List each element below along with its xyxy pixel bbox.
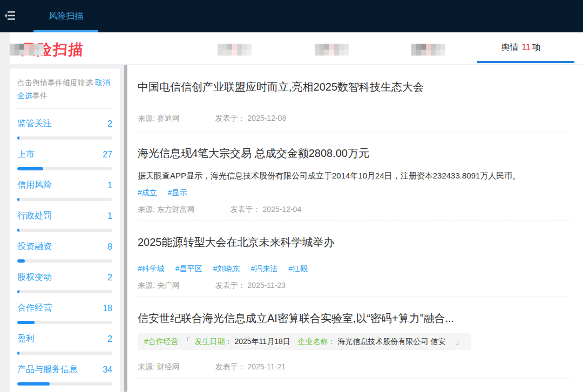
redacted-nav-item[interactable] [315,44,349,56]
source-label: 来源: [138,281,157,290]
redacted-pixel [426,44,431,50]
hashtag[interactable]: #刘晓东 [213,264,240,273]
filter-count: 34 [103,365,112,375]
hashtag[interactable]: #江毅 [288,264,308,273]
event-date-label: 发生日期： [195,337,233,346]
redacted-pixel [339,44,344,50]
hashtag[interactable]: #冯来法 [250,264,277,273]
filter-item[interactable]: 投资融资 8 [17,232,112,263]
filter-label[interactable]: 股权变动 [17,272,52,283]
event-infobox: #合作经营 「 发生日期： 2025年11月18日 企业名称： 海光信息技术股份… [138,333,471,350]
redacted-pixel [10,44,15,50]
filter-label[interactable]: 合作经营 [17,302,52,314]
filter-count: 18 [103,304,112,313]
source-label: 来源: [138,114,157,122]
filter-count: 2 [107,273,112,283]
redacted-pixel [39,44,44,50]
news-item: 海光信息股价涨5%,泰康基金旗下4只基金重仓,合计持有10.49万股... [138,379,570,392]
news-item: 2025能源转型大会在北京未来科学城举办 #科学城#昌平区#刘晓东#冯来法#江毅… [138,221,570,297]
redacted-pixel [15,44,19,50]
news-tags: #成立#显示 [138,187,570,198]
redacted-pixel [237,44,242,50]
collapse-sidebar-icon[interactable] [4,11,17,20]
redacted-pixel [339,50,344,56]
sentiment-unit: 项 [532,42,541,53]
redacted-pixel [29,44,34,50]
news-title[interactable]: 中国电信信创产业联盟应时而立,亮相2025数智科技生态大会 [138,79,570,95]
filter-item[interactable]: 行政处罚 1 [17,201,112,232]
sentiment-tab-label: 舆情 [501,42,518,53]
redacted-pixel [440,44,445,50]
filter-label[interactable]: 行政处罚 [17,210,52,222]
redacted-pixel [411,50,416,56]
filter-item[interactable]: 产品与服务信息 34 [17,355,112,386]
filter-count: 8 [107,242,112,252]
redacted-pixel [421,44,426,50]
news-meta: 来源: 央广网 发表于： 2025-11-23 [138,280,570,290]
hashtag[interactable]: #昌平区 [175,264,202,273]
hashtag[interactable]: #显示 [168,188,187,197]
page-header: 风险扫描 舆情 11 项 [10,32,583,64]
filter-item[interactable]: 股权变动 2 [17,263,112,293]
redacted-pixel [344,50,349,56]
filter-hint-text: 点击舆情事件维度筛选 取消全选事件 [17,76,112,102]
filter-label[interactable]: 产品与服务信息 [17,364,78,375]
redacted-pixel [426,50,431,56]
redacted-pixel [247,44,252,50]
filter-item[interactable]: 监管关注 2 [17,109,112,140]
news-title[interactable]: 2025能源转型大会在北京未来科学城举办 [138,234,570,250]
active-tab-indicator [477,61,574,63]
filter-label[interactable]: 盈利 [17,333,35,345]
published-label: 发表于： [215,114,246,122]
top-navbar: 风险扫描 [0,0,583,32]
redacted-pixel [416,44,421,50]
filter-count: 2 [107,119,112,129]
filter-label[interactable]: 投资融资 [17,241,52,252]
redacted-pixel [34,44,39,50]
published-label: 发表于： [215,281,246,290]
redacted-pixel [24,50,29,56]
redacted-pixel [436,50,440,56]
redacted-nav-item[interactable] [10,44,44,56]
source-value: 央广网 [157,281,180,290]
redacted-pixel [29,50,34,56]
redacted-pixel [34,50,39,56]
redacted-pixel [334,50,339,56]
bracket-open: 「 [183,337,191,346]
redacted-pixel [227,50,232,56]
redacted-pixel [334,44,339,50]
tab-sentiment[interactable]: 舆情 11 项 [467,32,574,63]
redacted-pixel [232,50,237,56]
source-value: 东方财富网 [157,205,195,214]
company-label: 企业名称： [298,337,336,346]
filter-progress-fill [17,382,50,386]
redacted-pixel [19,50,24,56]
source-value: 财经网 [157,362,180,371]
filter-count: 2 [107,334,112,344]
content-scrollbar[interactable] [124,65,127,392]
event-date-value: 2025年11月18日 [234,337,290,346]
filter-list: 监管关注 2 上市 27 信用风险 1 行政处罚 1 [17,109,112,386]
event-type-tag[interactable]: #合作经营 [144,337,179,346]
redacted-pixel [242,44,247,50]
filter-item[interactable]: 信用风险 1 [17,170,112,201]
filter-item[interactable]: 盈利 2 [17,324,112,355]
hashtag[interactable]: #成立 [138,188,157,197]
redacted-nav-item[interactable] [218,44,252,56]
news-meta: 来源: 赛迪网 发表于： 2025-12-08 [138,113,570,123]
event-filter-sidebar: 点击舆情事件维度筛选 取消全选事件 监管关注 2 上市 27 信用风险 1 行 [10,68,120,392]
filter-label[interactable]: 信用风险 [17,180,52,191]
hashtag[interactable]: #科学城 [138,264,165,273]
filter-item[interactable]: 上市 27 [17,140,112,170]
redacted-nav-item[interactable] [411,44,445,56]
filter-label[interactable]: 上市 [17,149,35,160]
filter-item[interactable]: 合作经营 18 [17,293,112,324]
news-title[interactable]: 信安世纪联合海光信息成立AI密算联合实验室,以“密码+算力”融合... [138,310,570,326]
news-title[interactable]: 海光信息现4笔大宗交易 总成交金额2808.00万元 [138,145,570,161]
redacted-pixel [320,44,324,50]
redacted-pixel [411,44,416,50]
filter-label[interactable]: 监管关注 [17,118,52,129]
redacted-pixel [237,50,242,56]
tab-risk-scan[interactable]: 风险扫描 [33,0,98,32]
redacted-pixel [421,50,426,56]
